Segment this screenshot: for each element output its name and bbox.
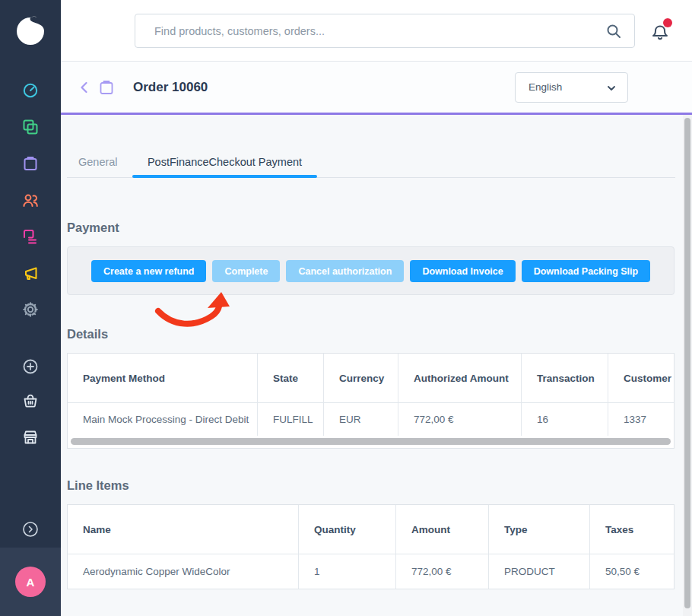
sidebar-item-customers[interactable] <box>22 192 39 208</box>
cancel-authorization-button[interactable]: Cancel authorization <box>286 260 404 282</box>
cell-authorized-amount: 772,00 € <box>398 403 522 436</box>
sidebar-item-expand-menu[interactable] <box>22 521 39 538</box>
language-select[interactable]: English <box>515 72 628 103</box>
cell-currency: EUR <box>324 403 398 436</box>
order-detail-content: General PostFinanceCheckout Payment Paym… <box>61 115 683 616</box>
col-state: State <box>258 354 324 402</box>
shopware-logo-icon[interactable] <box>15 16 46 46</box>
cell-quantity: 1 <box>299 554 396 589</box>
details-header-row: Payment Method State Currency Authorized… <box>68 354 674 403</box>
cell-customer: 1337 <box>608 403 674 436</box>
back-button[interactable] <box>77 80 92 95</box>
cell-state: FULFILL <box>258 403 324 436</box>
create-refund-button[interactable]: Create a new refund <box>91 260 206 282</box>
tab-general[interactable]: General <box>78 147 118 177</box>
line-items-header-row: Name Quantity Amount Type Taxes <box>68 505 674 554</box>
download-invoice-button[interactable]: Download Invoice <box>410 260 515 282</box>
sidebar-item-settings[interactable] <box>22 301 39 318</box>
details-table: Payment Method State Currency Authorized… <box>67 353 675 449</box>
col-transaction: Transaction <box>522 354 608 402</box>
col-name: Name <box>68 505 299 554</box>
complete-button[interactable]: Complete <box>212 260 280 282</box>
vertical-scrollbar-track <box>683 115 692 616</box>
sidebar-item-dashboard[interactable] <box>22 82 39 99</box>
sidebar-item-catalogues[interactable] <box>22 119 39 135</box>
search-icon[interactable] <box>605 23 622 40</box>
shopware-admin-window: A <box>0 0 692 616</box>
col-authorized-amount: Authorized Amount <box>398 354 522 402</box>
cell-name: Aerodynamic Copper WideColor <box>68 554 299 589</box>
order-module-icon <box>98 79 115 96</box>
tab-postfinancecheckout-payment[interactable]: PostFinanceCheckout Payment <box>132 147 317 177</box>
details-horizontal-scrollbar-track <box>68 436 674 448</box>
active-tab-underline <box>132 175 317 178</box>
notification-badge <box>663 18 672 27</box>
col-payment-method: Payment Method <box>68 354 258 402</box>
col-currency: Currency <box>324 354 398 402</box>
search-input[interactable] <box>135 14 634 47</box>
col-amount: Amount <box>396 505 489 554</box>
line-items-heading: Line Items <box>67 478 129 493</box>
vertical-scrollbar[interactable] <box>684 118 690 608</box>
notification-bell-icon[interactable] <box>649 21 671 42</box>
col-quantity: Quantity <box>299 505 396 554</box>
line-items-table: Name Quantity Amount Type Taxes Aerodyna… <box>67 504 675 589</box>
language-select-value: English <box>529 81 562 93</box>
line-item-row[interactable]: Aerodynamic Copper WideColor 1 772,00 € … <box>68 554 674 589</box>
sidebar-item-storefront[interactable] <box>22 429 39 446</box>
col-type: Type <box>489 505 590 554</box>
cell-transaction: 16 <box>522 403 608 436</box>
payment-actions-panel: Create a new refund Complete Cancel auth… <box>67 246 675 295</box>
user-avatar[interactable]: A <box>15 567 46 597</box>
col-taxes: Taxes <box>590 505 674 554</box>
cell-taxes: 50,50 € <box>590 554 674 589</box>
sidebar-item-content[interactable] <box>22 228 39 245</box>
cell-payment-method: Main Mock Processing - Direct Debit <box>68 403 258 436</box>
payment-heading: Payment <box>67 221 119 235</box>
smart-bar: Order 10060 English <box>61 62 692 115</box>
page-title: Order 10060 <box>133 80 208 95</box>
chevron-down-icon <box>606 83 617 94</box>
col-customer: Customer <box>608 354 674 402</box>
cell-amount: 772,00 € <box>396 554 489 589</box>
details-row[interactable]: Main Mock Processing - Direct Debit FULF… <box>68 403 674 436</box>
sidebar-item-shop-basket[interactable] <box>22 392 39 409</box>
main-sidebar: A <box>0 0 61 616</box>
red-arrow-annotation <box>152 291 237 336</box>
cell-type: PRODUCT <box>489 554 590 589</box>
sidebar-item-orders[interactable] <box>22 155 39 172</box>
details-heading: Details <box>67 327 108 341</box>
top-bar <box>61 0 692 62</box>
sidebar-item-add-extension[interactable] <box>22 358 39 375</box>
sidebar-item-marketing[interactable] <box>22 265 39 281</box>
download-packing-slip-button[interactable]: Download Packing Slip <box>522 260 651 282</box>
global-search <box>135 14 635 48</box>
details-horizontal-scrollbar[interactable] <box>71 438 671 445</box>
